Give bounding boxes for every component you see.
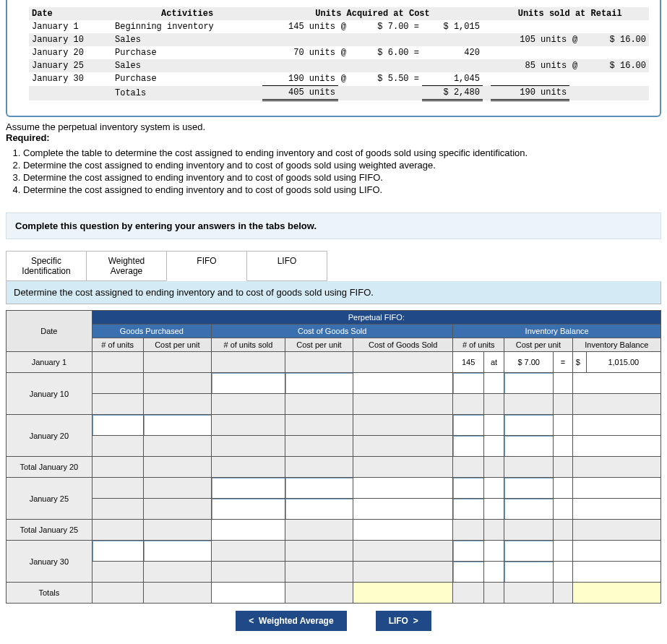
row-totals: Totals — [7, 583, 661, 604]
row-jan1: January 1 145 at $ 7.00 = $ 1,015.00 — [7, 352, 661, 373]
tab-specific-identification[interactable]: Specific Identification — [6, 251, 87, 281]
activities-table: Date Activities Units Acquired at Cost U… — [29, 7, 649, 101]
tabs-container: Specific Identification Weighted Average… — [6, 251, 667, 281]
fifo-table: Date Perpetual FIFO: Goods Purchased Cos… — [6, 310, 661, 604]
prev-button[interactable]: < Weighted Average — [236, 611, 346, 631]
row-total-jan25: Total January 25 — [7, 520, 661, 541]
tab-lifo[interactable]: LIFO — [246, 251, 327, 281]
instructions-box: Complete this question by entering your … — [6, 212, 661, 239]
row-jan10: January 10 — [7, 373, 661, 394]
required-label: Required: — [6, 132, 50, 143]
row-jan25: January 25 — [7, 478, 661, 499]
row-total-jan20: Total January 20 — [7, 457, 661, 478]
assume-text: Assume the perpetual inventory system is… — [6, 121, 660, 132]
chevron-right-icon: > — [413, 616, 418, 626]
tab-fifo[interactable]: FIFO — [166, 251, 247, 281]
row-jan20: January 20 — [7, 415, 661, 436]
chevron-left-icon: < — [249, 616, 254, 626]
tab-weighted-average[interactable]: Weighted Average — [86, 251, 167, 281]
tab-description: Determine the cost assigned to ending in… — [6, 281, 661, 304]
requirements-list: Complete the table to determine the cost… — [23, 147, 660, 195]
next-button[interactable]: LIFO > — [376, 611, 431, 631]
row-jan30: January 30 — [7, 541, 661, 562]
